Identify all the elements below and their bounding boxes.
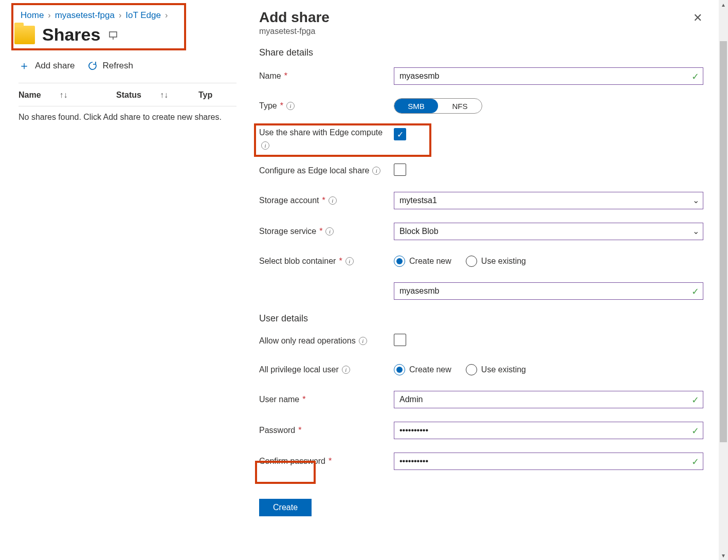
info-icon[interactable] [342, 366, 350, 374]
info-icon[interactable] [325, 227, 334, 236]
confirm-password-label: Confirm password* [259, 457, 394, 466]
readonly-label: Allow only read operations [259, 336, 394, 346]
page-title: Shares [42, 25, 100, 45]
type-label: Type* [259, 101, 394, 111]
plus-icon: ＋ [19, 58, 30, 74]
local-share-checkbox[interactable] [394, 164, 406, 176]
column-name[interactable]: Name ↑↓ [19, 91, 116, 100]
section-user-details: User details [259, 313, 703, 324]
breadcrumb-section[interactable]: IoT Edge [125, 10, 161, 21]
add-share-panel: ✕ Add share myasetest-fpga Share details… [247, 0, 718, 560]
scrollbar-up-arrow-icon[interactable]: ▲ [719, 0, 728, 9]
confirm-password-input[interactable] [394, 453, 703, 470]
refresh-button[interactable]: Refresh [87, 58, 134, 74]
empty-state-text: No shares found. Click Add share to crea… [19, 106, 236, 128]
info-icon[interactable] [345, 257, 354, 265]
share-name-input[interactable] [394, 67, 703, 85]
add-share-button[interactable]: ＋ Add share [19, 58, 75, 74]
breadcrumb-home[interactable]: Home [21, 10, 44, 21]
info-icon[interactable] [359, 337, 367, 345]
column-type[interactable]: Typ [198, 91, 229, 100]
local-share-label: Configure as Edge local share [259, 166, 394, 175]
username-label: User name* [259, 395, 394, 404]
table-header: Name ↑↓ Status ↑↓ Typ [19, 83, 236, 106]
svg-rect-0 [110, 32, 117, 37]
username-input[interactable] [394, 391, 703, 408]
section-share-details: Share details [259, 47, 703, 58]
type-option-nfs[interactable]: NFS [438, 99, 482, 113]
close-icon[interactable]: ✕ [693, 11, 702, 25]
chevron-right-icon: › [116, 11, 124, 20]
folder-icon [14, 26, 35, 44]
blob-container-label: Select blob container* [259, 257, 394, 266]
storage-service-label: Storage service* [259, 227, 394, 236]
column-status-label: Status [116, 91, 141, 100]
column-status[interactable]: Status ↑↓ [116, 91, 198, 100]
refresh-icon [87, 61, 98, 71]
breadcrumb: Home › myasetest-fpga › IoT Edge › [19, 8, 236, 25]
pin-icon[interactable] [107, 29, 119, 41]
sort-icon: ↑↓ [44, 91, 68, 100]
password-label: Password* [259, 426, 394, 435]
password-input[interactable] [394, 422, 703, 439]
storage-account-label: Storage account* [259, 196, 394, 205]
create-button[interactable]: Create [259, 499, 312, 516]
panel-subtitle: myasetest-fpga [259, 27, 703, 36]
storage-service-select[interactable]: Block Blob [394, 223, 703, 240]
info-icon[interactable] [329, 196, 337, 205]
refresh-label: Refresh [103, 61, 134, 71]
readonly-checkbox[interactable] [394, 334, 406, 346]
chevron-right-icon: › [162, 11, 171, 20]
type-toggle[interactable]: SMB NFS [394, 98, 482, 114]
blob-create-new-radio[interactable]: Create new [394, 256, 451, 267]
info-icon[interactable] [286, 102, 295, 110]
add-share-label: Add share [35, 61, 75, 71]
name-label: Name* [259, 71, 394, 81]
storage-account-select[interactable]: mytestsa1 [394, 192, 703, 209]
priv-user-label: All privilege local user [259, 365, 394, 374]
user-create-new-radio[interactable]: Create new [394, 364, 451, 375]
sort-icon: ↑↓ [144, 91, 168, 100]
edge-compute-checkbox[interactable]: ✓ [394, 128, 406, 140]
breadcrumb-resource[interactable]: myasetest-fpga [55, 10, 115, 21]
edge-compute-label: Use the share with Edge compute [259, 127, 394, 150]
type-option-smb[interactable]: SMB [394, 99, 438, 113]
scrollbar-down-arrow-icon[interactable]: ▼ [719, 551, 728, 560]
user-use-existing-radio[interactable]: Use existing [466, 364, 526, 375]
info-icon[interactable] [372, 167, 380, 175]
panel-heading: Add share [259, 9, 703, 26]
info-icon[interactable] [261, 141, 269, 150]
vertical-scrollbar[interactable]: ▲ ▼ [719, 0, 728, 560]
scrollbar-thumb[interactable] [720, 41, 727, 442]
column-name-label: Name [19, 91, 41, 100]
container-name-input[interactable] [394, 282, 703, 300]
blob-use-existing-radio[interactable]: Use existing [466, 256, 526, 267]
chevron-right-icon: › [45, 11, 53, 20]
